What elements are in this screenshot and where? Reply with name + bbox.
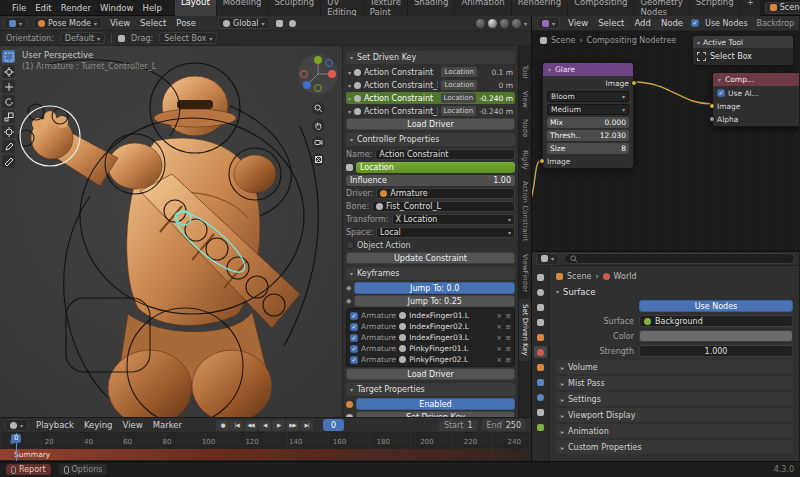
image-input-socket[interactable] [539, 158, 545, 164]
enabled-button[interactable]: Enabled [356, 398, 515, 410]
robot-thigh-right[interactable] [192, 350, 272, 417]
frame-start-field[interactable]: Start 1 [439, 419, 478, 431]
menu-node[interactable]: Node [659, 18, 685, 28]
prev-keyframe-button[interactable]: ◀◀ [244, 420, 257, 431]
menu-view[interactable]: View [121, 420, 145, 430]
active-tool-header[interactable]: ▾ Active Tool [693, 36, 793, 48]
menu-help[interactable]: Help [140, 3, 163, 13]
tab-modifiers[interactable] [534, 376, 547, 388]
menu-render[interactable]: Render [59, 3, 93, 13]
constraint-channel[interactable]: Location [441, 106, 477, 116]
menu-select[interactable]: Select [138, 18, 168, 28]
menu-playback[interactable]: Playback [34, 420, 76, 430]
properties-search-input[interactable] [564, 253, 795, 264]
constraint-row[interactable]: ▾ Action Constraint Location 0.1 m [346, 66, 515, 78]
constraint-channel[interactable]: Location [441, 80, 477, 90]
shading-rendered-icon[interactable] [512, 19, 521, 28]
orientation-setting-dropdown[interactable]: Default ▾ [60, 32, 105, 44]
timeline-area[interactable]: 0 20 40 60 80 100 120 140 160 180 200 22… [0, 433, 531, 461]
tool-rotate[interactable] [2, 95, 15, 108]
glare-type-dropdown[interactable]: Bloom ▾ [547, 91, 629, 102]
constraint-name-field[interactable]: Action Constraint [375, 149, 515, 160]
menu-view[interactable]: View [566, 18, 590, 28]
use-alpha-checkbox[interactable]: ✓ [717, 89, 725, 97]
tool-cursor[interactable] [2, 65, 15, 78]
constraint-value[interactable]: -0.240 m [479, 94, 513, 103]
gizmo-x-axis[interactable] [328, 70, 336, 78]
shading-wireframe-icon[interactable] [476, 19, 485, 28]
object-action-checkbox[interactable] [346, 241, 354, 249]
tab-output[interactable] [534, 301, 547, 313]
bone-list-item[interactable]: ✓ Armature PinkyFinger02.L × ≡ [348, 354, 513, 365]
jump-to-0-button[interactable]: Jump To: 0.0 [354, 282, 515, 294]
gizmo-z-axis[interactable] [314, 56, 322, 64]
timeline-editor-selector[interactable]: ▾ [5, 419, 28, 431]
sidebar-tab-node[interactable]: Node [519, 114, 531, 142]
keyframes-header[interactable]: ▾ Keyframes [346, 267, 515, 280]
options-icon[interactable]: ≡ [505, 345, 511, 353]
tab-world[interactable] [534, 346, 547, 358]
viewport-canvas[interactable] [0, 46, 343, 417]
tool-move[interactable] [2, 80, 15, 93]
image-input-socket[interactable] [709, 103, 715, 109]
panel-mist-pass[interactable]: ▸ Mist Pass [556, 376, 793, 390]
composite-node[interactable]: ▾ Comp... ✓ Use Al... Image Alpha [712, 72, 799, 127]
sidebar-tab-viewfinder[interactable]: ViewFinder [519, 249, 531, 297]
sidebar-tab-rigify[interactable]: Rigify [519, 145, 531, 175]
tab-view-layer[interactable] [534, 316, 547, 328]
driven-channel-bar[interactable]: Location [356, 162, 515, 173]
menu-pose[interactable]: Pose [174, 18, 198, 28]
remove-icon[interactable]: × [496, 323, 502, 331]
bone-enabled-checkbox[interactable]: ✓ [350, 334, 358, 342]
drag-setting-dropdown[interactable]: Select Box ▾ [159, 32, 217, 44]
world-color-swatch[interactable] [639, 330, 793, 342]
target-properties-header[interactable]: ▾ Target Properties [346, 383, 515, 396]
menu-marker[interactable]: Marker [151, 420, 184, 430]
tab-physics[interactable] [534, 391, 547, 403]
jump-to-025-button[interactable]: Jump To: 0.25 [354, 295, 515, 307]
tool-annotate[interactable] [2, 140, 15, 153]
playhead-frame-label[interactable]: 0 [11, 434, 21, 443]
play-reverse-button[interactable]: ◀ [258, 420, 271, 431]
driver-bone-field[interactable]: Fist_Control_L [372, 201, 515, 212]
menu-view[interactable]: View [108, 18, 132, 28]
panel-settings[interactable]: ▸ Settings [556, 392, 793, 406]
transform-orientation[interactable]: Global ▾ [218, 17, 270, 29]
menu-keying[interactable]: Keying [82, 420, 115, 430]
proportional-editing-icon[interactable] [289, 20, 296, 27]
glare-size-field[interactable]: Size 8 [547, 143, 629, 154]
zoom-icon[interactable] [312, 102, 325, 115]
options-icon[interactable]: ≡ [505, 323, 511, 331]
navigation-gizmo[interactable] [296, 52, 340, 96]
tab-tool[interactable] [534, 271, 547, 283]
snap-magnet-icon[interactable] [276, 20, 283, 27]
tool-measure[interactable] [2, 155, 15, 168]
tab-render[interactable] [534, 286, 547, 298]
bone-list-item[interactable]: ✓ Armature PinkyFinger01.L × ≡ [348, 343, 513, 354]
constraint-channel[interactable]: Location [441, 67, 477, 77]
menu-add[interactable]: Add [632, 18, 652, 28]
shading-material-icon[interactable] [500, 19, 509, 28]
options-icon[interactable]: ≡ [505, 312, 511, 320]
auto-keying-toggle[interactable]: ● [216, 420, 229, 431]
constraint-value[interactable]: 0 m [480, 81, 513, 90]
menu-window[interactable]: Window [98, 3, 136, 13]
robot-shoulder-right[interactable] [234, 155, 276, 193]
constraint-channel[interactable]: Location [441, 93, 477, 103]
sdk-panel-header[interactable]: ▾ Set Driven Key [346, 51, 515, 64]
menu-file[interactable]: File [10, 3, 28, 13]
breadcrumb-scene[interactable]: Scene [567, 272, 591, 281]
glare-threshold-field[interactable]: Thresh.. 12.030 [547, 130, 629, 141]
tab-constraints[interactable] [534, 406, 547, 418]
use-nodes-checkbox[interactable]: ✓ [691, 19, 699, 27]
surface-shader-dropdown[interactable]: Background [639, 315, 793, 327]
constraint-row-selected[interactable]: ▾ Action Constraint Location -0.240 m [346, 92, 515, 104]
backdrop-toggle[interactable]: Backdrop [756, 19, 794, 28]
bone-list-item[interactable]: ✓ Armature IndexFinger01.L × ≡ [348, 310, 513, 321]
jump-to-end-button[interactable]: ▶| [300, 420, 313, 431]
bone-enabled-checkbox[interactable]: ✓ [350, 312, 358, 320]
remove-icon[interactable]: × [496, 334, 502, 342]
constraint-value[interactable]: -0.240 m [479, 107, 513, 116]
chevron-down-icon[interactable]: ▾ [524, 20, 527, 27]
sidebar-tab-action-constraint[interactable]: Action Constraint [519, 176, 531, 246]
